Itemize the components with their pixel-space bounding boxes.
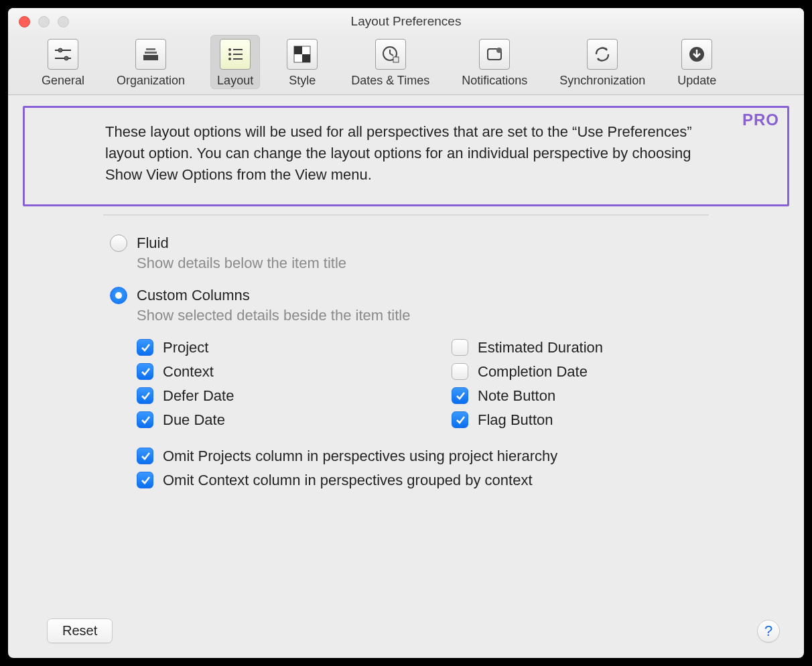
svg-rect-4 [146,48,155,50]
radio-icon [110,235,127,252]
column-right: Estimated Duration Completion Date Note … [452,339,653,429]
svg-rect-19 [393,57,399,62]
toolbar-tab-label: Organization [117,74,185,88]
svg-point-1 [58,48,62,52]
checkbox-omit-projects[interactable]: Omit Projects column in perspectives usi… [137,448,789,465]
radio-label: Custom Columns [137,287,250,304]
notification-icon [479,39,510,70]
checkbox-omit-context[interactable]: Omit Context column in perspectives grou… [137,472,789,489]
minimize-window-button[interactable] [38,16,50,27]
checkbox-defer-date[interactable]: Defer Date [137,387,338,405]
pro-badge: PRO [742,111,779,129]
checkbox-due-date[interactable]: Due Date [137,411,338,429]
download-icon [681,39,712,70]
checkbox-label: Flag Button [478,411,553,429]
checkbox-label: Omit Context column in perspectives grou… [163,472,533,489]
sliders-icon [48,39,78,70]
svg-point-11 [228,58,231,60]
checkbox-icon [137,472,153,488]
checkbox-label: Project [163,339,208,356]
checkbox-icon [137,339,153,356]
titlebar: Layout Preferences [8,8,804,35]
stack-icon [135,39,166,70]
checkbox-icon [137,448,153,464]
column-checkboxes: Project Context Defer Date Due Date [137,339,789,429]
checkbox-project[interactable]: Project [137,339,338,356]
sync-icon [587,39,618,70]
toolbar-tab-dates-times[interactable]: Dates & Times [344,35,436,89]
svg-rect-15 [302,54,310,62]
checkbox-icon [137,363,153,380]
checkbox-icon [452,411,468,428]
omit-options: Omit Projects column in perspectives usi… [137,448,789,489]
preferences-window: Layout Preferences General Organization … [8,8,804,658]
help-button[interactable]: ? [757,620,780,643]
checkbox-icon [137,411,153,428]
toolbar-tab-label: Update [677,74,716,88]
divider [103,214,709,216]
toolbar-tab-label: Dates & Times [351,74,429,88]
svg-point-9 [228,53,231,56]
clock-icon [375,39,406,70]
checkbox-label: Due Date [163,411,225,429]
checkbox-icon [452,363,468,380]
checkbox-label: Context [163,363,214,381]
radio-icon [110,287,127,304]
toolbar-tab-general[interactable]: General [35,35,91,89]
checkbox-icon [452,339,468,356]
toolbar-tab-label: Notifications [462,74,527,88]
column-left: Project Context Defer Date Due Date [137,339,338,429]
window-title: Layout Preferences [8,14,804,29]
checkbox-icon [452,387,468,404]
toolbar-tab-notifications[interactable]: Notifications [455,35,534,89]
checkbox-completion-date[interactable]: Completion Date [452,363,653,381]
toolbar-tab-update[interactable]: Update [671,35,723,89]
checkbox-label: Completion Date [478,363,588,381]
svg-rect-6 [143,55,158,60]
reset-button[interactable]: Reset [47,618,113,643]
svg-point-7 [228,48,231,51]
svg-rect-5 [145,52,157,54]
toolbar-tab-synchronization[interactable]: Synchronization [553,35,652,89]
radio-label: Fluid [137,235,169,252]
svg-rect-14 [294,46,302,54]
content-area: PRO These layout options will be used fo… [8,95,804,658]
footer: Reset ? [23,618,789,646]
toolbar-tab-layout[interactable]: Layout [210,35,260,89]
checkbox-label: Omit Projects column in perspectives usi… [163,448,557,465]
toolbar-tab-label: Synchronization [559,74,645,88]
fluid-description: Show details below the item title [137,255,789,272]
pro-callout: PRO These layout options will be used fo… [23,106,789,206]
layout-options: Fluid Show details below the item title … [23,235,789,489]
toolbar-tab-label: General [42,74,84,88]
svg-point-21 [496,48,502,53]
toolbar-tab-organization[interactable]: Organization [110,35,192,89]
checkbox-label: Estimated Duration [478,339,603,356]
toolbar-tab-label: Layout [217,74,253,88]
list-icon [220,39,251,70]
radio-fluid[interactable]: Fluid [110,235,789,252]
checkbox-label: Note Button [478,387,555,405]
checker-icon [287,39,318,70]
toolbar-tab-label: Style [289,74,316,88]
checkbox-flag-button[interactable]: Flag Button [452,411,653,429]
traffic-lights [8,16,69,27]
radio-custom-columns[interactable]: Custom Columns [110,287,789,304]
preferences-toolbar: General Organization Layout Style Dates … [8,35,804,95]
checkbox-icon [137,387,153,404]
checkbox-context[interactable]: Context [137,363,338,381]
zoom-window-button[interactable] [58,16,69,27]
svg-point-3 [64,56,68,60]
close-window-button[interactable] [19,16,30,27]
svg-line-18 [390,54,393,56]
checkbox-note-button[interactable]: Note Button [452,387,653,405]
pro-description: These layout options will be used for al… [105,121,707,186]
checkbox-label: Defer Date [163,387,234,405]
custom-description: Show selected details beside the item ti… [137,307,789,324]
checkbox-estimated-duration[interactable]: Estimated Duration [452,339,653,356]
toolbar-tab-style[interactable]: Style [279,35,326,89]
